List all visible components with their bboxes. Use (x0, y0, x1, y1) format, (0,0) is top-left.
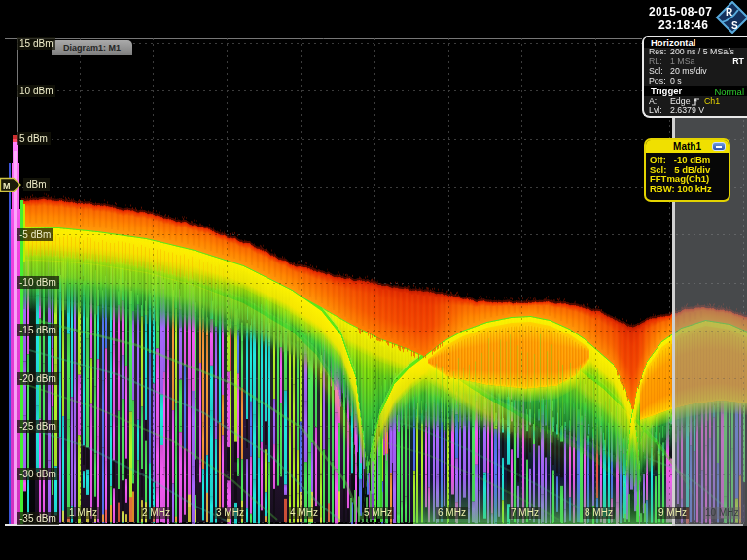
svg-text:S: S (731, 20, 738, 31)
svg-text:R: R (726, 7, 733, 18)
svg-text:M: M (3, 181, 11, 191)
